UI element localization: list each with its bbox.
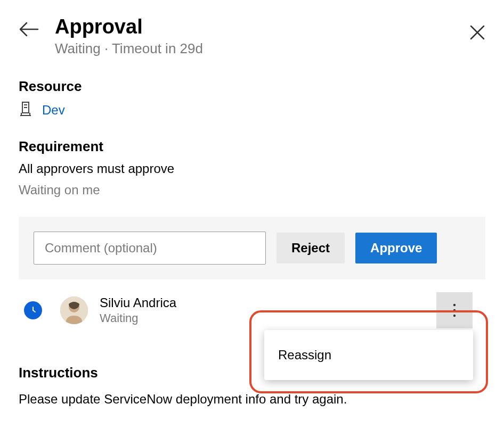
instructions-text: Please update ServiceNow deployment info…	[19, 392, 485, 407]
approve-button[interactable]: Approve	[355, 233, 437, 263]
svg-point-6	[453, 304, 456, 306]
title-block: Approval Waiting · Timeout in 29d	[55, 16, 203, 57]
header-left: Approval Waiting · Timeout in 29d	[19, 16, 203, 57]
context-menu: Reassign	[264, 330, 473, 380]
reassign-menu-item[interactable]: Reassign	[278, 348, 459, 362]
more-options-button[interactable]	[436, 292, 473, 328]
avatar	[60, 296, 88, 324]
requirement-text: All approvers must approve	[19, 161, 485, 176]
resource-link[interactable]: Dev	[42, 103, 65, 118]
resource-row: Dev	[19, 101, 485, 119]
svg-point-8	[453, 315, 456, 317]
reject-button[interactable]: Reject	[277, 233, 345, 263]
vertical-dots-icon	[453, 303, 456, 318]
server-icon	[19, 101, 32, 119]
svg-rect-2	[24, 107, 27, 108]
close-icon[interactable]	[469, 16, 485, 43]
clock-icon	[24, 301, 42, 319]
waiting-on-text: Waiting on me	[19, 183, 485, 197]
separator: ·	[101, 40, 112, 56]
approver-name: Silviu Andrica	[100, 295, 176, 310]
resource-section: Resource Dev	[19, 78, 485, 119]
panel-header: Approval Waiting · Timeout in 29d	[19, 16, 485, 57]
action-box: Reject Approve	[19, 217, 485, 279]
approver-status: Waiting	[100, 311, 176, 325]
resource-heading: Resource	[19, 78, 485, 95]
approver-row: Silviu Andrica Waiting	[19, 292, 485, 328]
back-arrow-icon[interactable]	[19, 16, 39, 39]
requirement-heading: Requirement	[19, 138, 485, 155]
svg-rect-1	[24, 104, 27, 105]
timeout-text: Timeout in 29d	[112, 40, 203, 56]
comment-input[interactable]	[34, 232, 266, 265]
page-subtitle: Waiting · Timeout in 29d	[55, 40, 203, 57]
svg-point-7	[453, 309, 456, 311]
approver-info: Silviu Andrica Waiting	[100, 295, 176, 325]
status-text: Waiting	[55, 40, 101, 56]
page-title: Approval	[55, 16, 203, 38]
requirement-section: Requirement All approvers must approve W…	[19, 138, 485, 197]
